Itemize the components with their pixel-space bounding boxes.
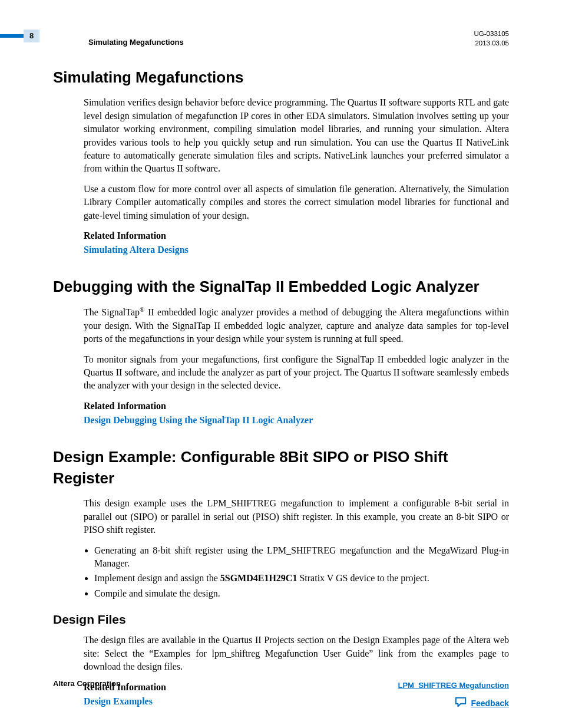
paragraph: The SignalTap® II embedded logic analyze… <box>84 305 509 346</box>
feedback-label: Feedback <box>471 698 509 710</box>
paragraph: The design files are available in the Qu… <box>84 634 509 673</box>
section-body-simulating: Simulation verifies design behavior befo… <box>84 96 509 256</box>
section-body-debugging: The SignalTap® II embedded logic analyze… <box>84 305 509 427</box>
link-design-debugging[interactable]: Design Debugging Using the SignalTap II … <box>84 415 313 425</box>
footer-company: Altera Corporation <box>53 678 121 689</box>
paragraph: Use a custom flow for more control over … <box>84 183 509 222</box>
page-footer: Altera Corporation LPM_SHIFTREG Megafunc… <box>53 678 509 691</box>
list-item: Implement design and assign the 5SGMD4E1… <box>94 572 509 585</box>
heading-design-example: Design Example: Configurable 8Bit SIPO o… <box>53 446 509 489</box>
running-header-title: Simulating Megafunctions <box>88 36 184 48</box>
doc-date: 2013.03.05 <box>474 39 509 48</box>
section-body-design-files: The design files are available in the Qu… <box>84 634 509 708</box>
paragraph: Simulation verifies design behavior befo… <box>84 96 509 175</box>
page-number-accent-bar <box>0 34 24 38</box>
link-simulating-designs[interactable]: Simulating Altera Designs <box>84 245 189 255</box>
related-information-label: Related Information <box>84 229 509 242</box>
paragraph: This design example uses the LPM_SHIFTRE… <box>84 497 509 536</box>
heading-debugging: Debugging with the SignalTap II Embedded… <box>53 276 509 297</box>
header-meta: UG-033105 2013.03.05 <box>474 29 509 48</box>
subheading-design-files: Design Files <box>53 611 509 628</box>
list-item: Generating an 8-bit shift register using… <box>94 544 509 571</box>
section-body-design-example: This design example uses the LPM_SHIFTRE… <box>84 497 509 600</box>
list-item: Compile and simulate the design. <box>94 587 509 600</box>
heading-simulating: Simulating Megafunctions <box>53 67 509 88</box>
page-number-block: 8 <box>0 29 39 42</box>
link-design-examples[interactable]: Design Examples <box>84 696 153 706</box>
page-number: 8 <box>24 29 39 42</box>
paragraph: To monitor signals from your megafunctio… <box>84 353 509 393</box>
doc-id: UG-033105 <box>474 29 509 39</box>
feedback-button[interactable]: Feedback <box>454 696 509 711</box>
footer-doc-link[interactable]: LPM_SHIFTREG Megafunction <box>398 681 510 690</box>
comment-icon <box>454 696 467 711</box>
bullet-list: Generating an 8-bit shift register using… <box>94 544 509 601</box>
page-header: Simulating Megafunctions UG-033105 2013.… <box>53 29 509 48</box>
related-information-label: Related Information <box>84 400 509 413</box>
